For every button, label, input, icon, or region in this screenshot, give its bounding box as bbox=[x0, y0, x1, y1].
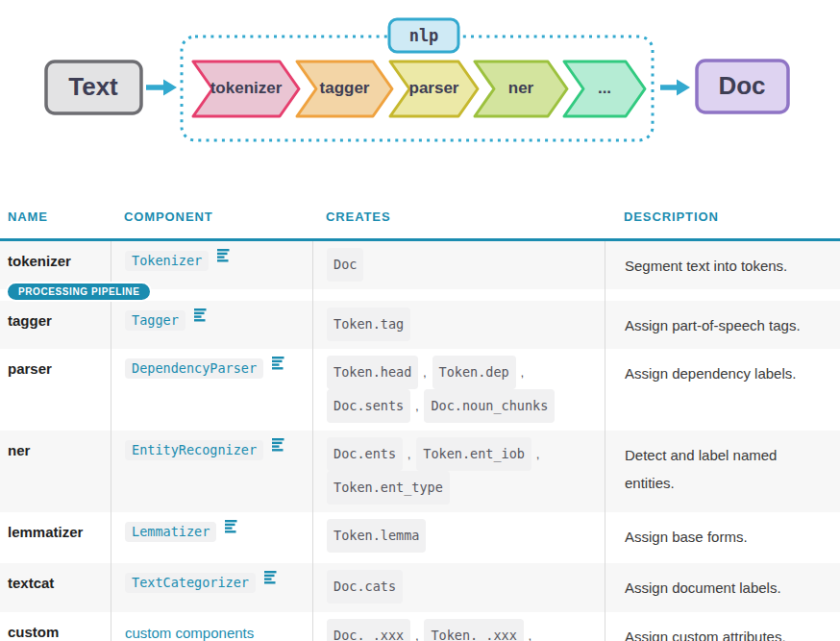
row-creates: Doc._.xxx , Token._.xxx , Span._.xxx bbox=[312, 612, 605, 641]
creates-attribute: Token.dep bbox=[432, 356, 516, 389]
row-name: lemmatizer bbox=[0, 512, 111, 563]
creates-attribute: Token.head bbox=[327, 356, 418, 389]
creates-attribute: Doc bbox=[327, 248, 363, 282]
component-link[interactable]: EntityRecognizer bbox=[125, 440, 263, 460]
column-header-description: DESCRIPTION bbox=[605, 210, 840, 224]
row-description: Segment text into tokens. bbox=[605, 241, 840, 289]
pipeline-stage-label: ... bbox=[598, 79, 611, 97]
api-docs-icon[interactable] bbox=[264, 571, 279, 585]
component-link[interactable]: Lemmatizer bbox=[125, 522, 216, 542]
api-docs-icon[interactable] bbox=[194, 308, 209, 323]
column-header-name: NAME bbox=[0, 210, 111, 224]
pipeline-stage-label: tokenizer bbox=[210, 79, 283, 97]
creates-attribute: Token._.xxx bbox=[424, 619, 523, 641]
pipeline-stage-label: tagger bbox=[320, 79, 370, 97]
row-name: parser bbox=[0, 349, 111, 431]
api-docs-icon[interactable] bbox=[217, 249, 232, 263]
component-link[interactable]: Tokenizer bbox=[125, 251, 209, 271]
text-input-label: Text bbox=[68, 72, 118, 101]
row-description: Detect and label named entities. bbox=[605, 431, 840, 512]
row-component: Lemmatizer bbox=[111, 512, 312, 563]
row-creates: Token.tag bbox=[312, 301, 605, 349]
row-component: custom components bbox=[111, 612, 312, 641]
row-component: EntityRecognizer bbox=[111, 431, 312, 512]
arrow-right-head-icon bbox=[163, 80, 177, 96]
pipeline-stage-label: ner bbox=[508, 79, 534, 97]
row-description: Assign dependency labels. bbox=[605, 349, 840, 431]
comma-separator: , bbox=[411, 399, 422, 413]
processing-pipeline-badge: PROCESSING PIPELINE bbox=[6, 282, 152, 302]
table-row: parser DependencyParser Token.head , Tok… bbox=[0, 349, 840, 431]
row-component: DependencyParser bbox=[111, 349, 312, 431]
creates-attribute: Doc.ents bbox=[327, 437, 403, 471]
creates-attribute: Doc.noun_chunks bbox=[424, 389, 555, 423]
row-name: textcat bbox=[0, 563, 111, 612]
row-name: custom bbox=[0, 612, 111, 641]
table-header-row: NAME COMPONENT CREATES DESCRIPTION bbox=[0, 178, 840, 241]
row-creates: Doc.cats bbox=[312, 563, 605, 612]
api-docs-icon[interactable] bbox=[272, 438, 286, 453]
row-gap-cell bbox=[312, 289, 605, 301]
component-link[interactable]: custom components bbox=[125, 625, 254, 641]
component-link[interactable]: DependencyParser bbox=[125, 358, 263, 379]
comma-separator: , bbox=[525, 629, 532, 641]
nlp-label: nlp bbox=[409, 26, 439, 45]
pipeline-stage-label: parser bbox=[409, 79, 459, 97]
creates-attribute: Token.ent_iob bbox=[416, 437, 531, 471]
row-component: TextCategorizer bbox=[111, 563, 312, 612]
row-description: Assign base forms. bbox=[605, 512, 840, 563]
row-creates: Token.lemma bbox=[312, 512, 605, 563]
creates-attribute: Token.tag bbox=[327, 308, 410, 341]
row-description: Assign custom attributes, methods or pro… bbox=[605, 612, 840, 641]
row-name: tagger bbox=[0, 301, 111, 349]
row-creates: Doc.ents , Token.ent_iob , Token.ent_typ… bbox=[312, 431, 605, 512]
creates-attribute: Token.ent_type bbox=[327, 471, 450, 505]
comma-separator: , bbox=[517, 365, 525, 380]
creates-attribute: Doc.sents bbox=[327, 389, 410, 423]
table-row: lemmatizer Lemmatizer Token.lemma Assign… bbox=[0, 512, 840, 563]
api-docs-icon[interactable] bbox=[225, 520, 239, 534]
table-body: tokenizer Tokenizer Doc Segment text int… bbox=[0, 241, 840, 641]
pipeline-diagram: Texttokenizertaggerparserner...nlpDoc bbox=[0, 0, 840, 178]
column-header-creates: CREATES bbox=[312, 210, 605, 224]
comma-separator: , bbox=[404, 447, 414, 461]
creates-attribute: Doc.cats bbox=[327, 570, 403, 604]
comma-separator: , bbox=[419, 365, 430, 380]
row-component: Tagger bbox=[111, 301, 312, 349]
doc-output-label: Doc bbox=[718, 71, 765, 100]
comma-separator: , bbox=[411, 629, 422, 641]
table-row: tagger Tagger Token.tag Assign part-of-s… bbox=[0, 301, 840, 349]
arrow-right-head-icon bbox=[677, 80, 690, 96]
row-name: ner bbox=[0, 431, 111, 512]
pipeline-diagram-svg: Texttokenizertaggerparserner...nlpDoc bbox=[0, 0, 840, 178]
api-docs-icon[interactable] bbox=[272, 357, 286, 371]
spacy-pipeline-page: Texttokenizertaggerparserner...nlpDoc NA… bbox=[0, 0, 840, 641]
row-creates: Token.head , Token.dep , Doc.sents , Doc… bbox=[312, 349, 605, 431]
row-description: Assign document labels. bbox=[605, 563, 840, 612]
table-row: ner EntityRecognizer Doc.ents , Token.en… bbox=[0, 431, 840, 512]
table-row: custom custom components Doc._.xxx , Tok… bbox=[0, 612, 840, 641]
creates-attribute: Token.lemma bbox=[327, 519, 426, 553]
column-header-component: COMPONENT bbox=[111, 210, 312, 224]
pipeline-components-table: NAME COMPONENT CREATES DESCRIPTION token… bbox=[0, 178, 840, 641]
table-row: textcat TextCategorizer Doc.cats Assign … bbox=[0, 563, 840, 612]
row-gap-cell bbox=[605, 289, 840, 301]
component-link[interactable]: TextCategorizer bbox=[125, 573, 256, 593]
component-link[interactable]: Tagger bbox=[125, 310, 185, 331]
comma-separator: , bbox=[532, 447, 540, 461]
row-description: Assign part-of-speech tags. bbox=[605, 301, 840, 349]
row-creates: Doc bbox=[312, 241, 605, 289]
creates-attribute: Doc._.xxx bbox=[327, 619, 410, 641]
